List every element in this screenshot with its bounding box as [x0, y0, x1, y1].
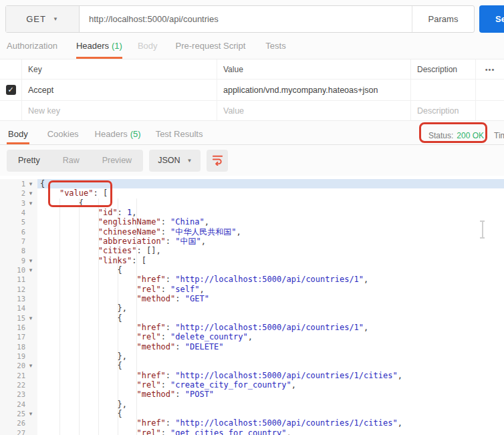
line-number: 15 [0, 313, 25, 323]
chevron-down-icon: ▼ [186, 158, 192, 164]
line-number: 19 [0, 351, 25, 361]
table-menu-icon[interactable]: ••• [485, 65, 495, 74]
code-text: "rel": "get_cities_for_country", [37, 428, 504, 435]
code-line: 25▾ { [0, 409, 504, 418]
scrollbar-thumb[interactable] [480, 221, 485, 239]
request-url-bar: GET ▼ Params [5, 5, 475, 33]
code-line: 21 "href": "http://localhost:5000/api/co… [0, 371, 504, 380]
view-mode-group: Pretty Raw Preview [7, 150, 143, 172]
tab-body[interactable]: Body [138, 33, 158, 59]
fold-caret-icon[interactable]: ▾ [25, 256, 36, 265]
wrap-lines-button[interactable] [207, 150, 228, 172]
header-row-checkbox[interactable]: ✓ [6, 85, 16, 95]
fold-spacer [25, 237, 36, 246]
code-text: "href": "http://localhost:5000/api/count… [37, 418, 504, 428]
column-value: Value [217, 59, 411, 79]
line-number: 17 [0, 332, 25, 341]
code-text: "cities": [], [37, 246, 504, 255]
code-line: 12 "rel": "self", [0, 285, 504, 294]
code-line: 18 "method": "DELETE" [0, 342, 504, 351]
line-number: 9 [0, 256, 25, 265]
headers-count-badge: (1) [112, 41, 122, 51]
fold-caret-icon[interactable]: ▾ [25, 188, 36, 198]
line-number: 7 [0, 237, 25, 246]
params-button[interactable]: Params [412, 6, 474, 32]
new-description-input[interactable] [417, 106, 473, 116]
code-text: "rel": "create_city_for_country", [37, 380, 504, 390]
fold-caret-icon[interactable]: ▾ [25, 265, 36, 275]
response-headers-count-badge: (5) [130, 129, 141, 139]
column-key: Key [22, 59, 217, 79]
code-line: 19 }, [0, 351, 504, 361]
code-text: "rel": "self", [37, 285, 504, 294]
tab-response-body[interactable]: Body [7, 126, 29, 144]
tab-tests[interactable]: Tests [265, 33, 285, 59]
table-new-row [0, 101, 504, 120]
format-dropdown[interactable]: JSON ▼ [149, 150, 201, 172]
tab-response-headers[interactable]: Headers (5) [94, 126, 142, 144]
code-text: { [37, 313, 504, 323]
code-line: 24 }, [0, 400, 504, 409]
headers-table: Key Value Description ••• ✓ Accept appli… [0, 59, 504, 121]
time-label: Tim [494, 126, 504, 145]
code-line: 3▾ { [0, 198, 504, 208]
url-input[interactable] [80, 6, 412, 32]
code-text: "value": [ [37, 188, 504, 198]
tab-headers[interactable]: Headers (1) [76, 33, 122, 59]
fold-spacer [25, 275, 36, 284]
code-line: 10▾ { [0, 265, 504, 275]
fold-spacer [25, 332, 36, 341]
code-text: "method": "POST" [37, 390, 504, 399]
code-text: "href": "http://localhost:5000/api/count… [37, 371, 504, 380]
code-text: "href": "http://localhost:5000/api/count… [37, 323, 504, 332]
line-number: 11 [0, 275, 25, 284]
line-number: 1 [0, 179, 25, 188]
send-button[interactable]: Send [479, 5, 504, 33]
new-key-input[interactable] [28, 106, 207, 116]
line-number: 13 [0, 294, 25, 303]
code-line: 17 "rel": "delete_country", [0, 332, 504, 341]
method-dropdown[interactable]: GET ▼ [6, 6, 80, 32]
code-line: 15▾ { [0, 313, 504, 323]
fold-caret-icon[interactable]: ▾ [25, 198, 36, 208]
fold-caret-icon[interactable]: ▾ [25, 409, 36, 418]
line-number: 23 [0, 390, 25, 399]
header-value-cell[interactable]: application/vnd.mycompany.hateoas+json [217, 80, 411, 100]
code-line: 5 "englishName": "China", [0, 217, 504, 227]
fold-spacer [25, 380, 36, 390]
fold-caret-icon[interactable]: ▾ [25, 179, 36, 188]
raw-view-button[interactable]: Raw [51, 150, 91, 172]
code-line: 14 }, [0, 303, 504, 313]
line-number: 18 [0, 342, 25, 351]
new-value-input[interactable] [223, 106, 401, 116]
header-key-cell[interactable]: Accept [22, 80, 217, 100]
code-line: 16 "href": "http://localhost:5000/api/co… [0, 323, 504, 332]
code-text: { [37, 198, 504, 208]
chevron-down-icon: ▼ [53, 16, 59, 22]
line-number: 10 [0, 265, 25, 275]
code-text: { [37, 179, 504, 188]
line-number: 22 [0, 380, 25, 390]
wrap-lines-icon [211, 153, 224, 168]
tab-response-cookies[interactable]: Cookies [46, 126, 80, 144]
code-line: 4 "id": 1, [0, 208, 504, 217]
tab-test-results[interactable]: Test Results [154, 126, 205, 144]
line-number: 24 [0, 400, 25, 409]
tab-authorization[interactable]: Authorization [7, 33, 57, 59]
code-line: 8 "cities": [], [0, 246, 504, 255]
code-line: 22 "rel": "create_city_for_country", [0, 380, 504, 390]
fold-spacer [25, 294, 36, 303]
code-text: "id": 1, [37, 208, 504, 217]
line-number: 2 [0, 188, 25, 198]
header-description-cell[interactable] [411, 80, 476, 100]
line-number: 8 [0, 246, 25, 255]
fold-caret-icon[interactable]: ▾ [25, 361, 36, 370]
pretty-view-button[interactable]: Pretty [7, 150, 51, 172]
fold-spacer [25, 371, 36, 380]
preview-view-button[interactable]: Preview [91, 150, 143, 172]
fold-spacer [25, 246, 36, 255]
line-number: 20 [0, 361, 25, 370]
fold-spacer [25, 390, 36, 399]
fold-caret-icon[interactable]: ▾ [25, 313, 36, 323]
tab-prerequest-script[interactable]: Pre-request Script [176, 33, 246, 59]
